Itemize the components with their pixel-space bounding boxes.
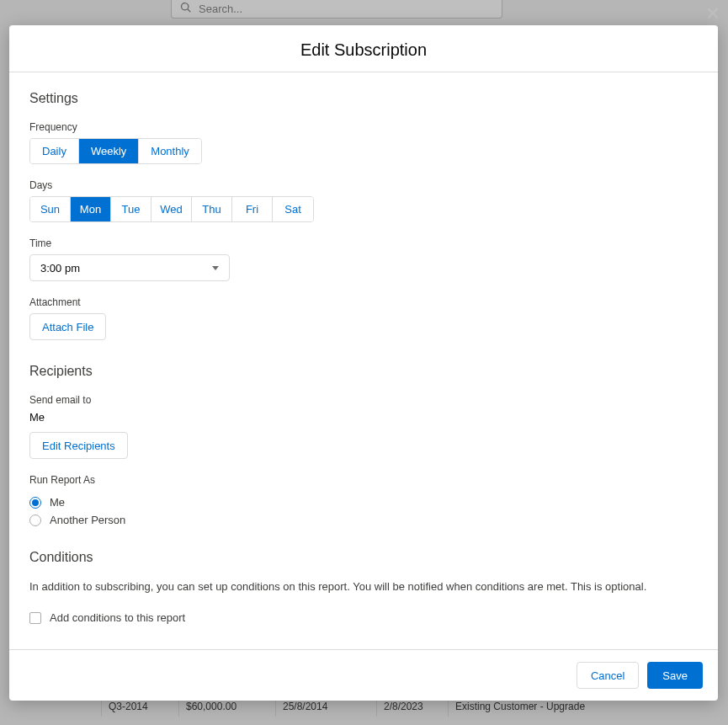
settings-heading: Settings xyxy=(29,91,698,106)
run-as-another-label: Another Person xyxy=(50,514,125,526)
send-to-field: Send email to Me Edit Recipients xyxy=(29,394,698,459)
frequency-label: Frequency xyxy=(29,121,698,133)
day-wed[interactable]: Wed xyxy=(151,197,192,221)
frequency-group: Daily Weekly Monthly xyxy=(29,138,202,164)
time-field: Time 3:00 pm xyxy=(29,237,698,281)
cancel-button[interactable]: Cancel xyxy=(577,662,639,689)
attachment-field: Attachment Attach File xyxy=(29,296,698,340)
edit-subscription-modal: Edit Subscription Settings Frequency Dai… xyxy=(9,25,718,701)
conditions-heading: Conditions xyxy=(29,550,698,565)
close-icon[interactable]: × xyxy=(706,2,720,25)
run-as-me-label: Me xyxy=(50,496,65,509)
days-label: Days xyxy=(29,179,698,191)
modal-body: Settings Frequency Daily Weekly Monthly … xyxy=(9,72,718,649)
day-sat[interactable]: Sat xyxy=(273,197,313,221)
day-thu[interactable]: Thu xyxy=(192,197,232,221)
days-group: Sun Mon Tue Wed Thu Fri Sat xyxy=(29,196,314,222)
time-select[interactable]: 3:00 pm xyxy=(29,254,230,281)
frequency-monthly[interactable]: Monthly xyxy=(139,139,201,163)
recipients-heading: Recipients xyxy=(29,364,698,379)
radio-icon xyxy=(29,497,41,509)
edit-recipients-button[interactable]: Edit Recipients xyxy=(29,432,128,459)
frequency-weekly[interactable]: Weekly xyxy=(79,139,139,163)
add-conditions-checkbox[interactable]: Add conditions to this report xyxy=(29,611,698,624)
run-as-another-option[interactable]: Another Person xyxy=(29,514,698,526)
day-mon[interactable]: Mon xyxy=(71,197,111,221)
day-fri[interactable]: Fri xyxy=(232,197,273,221)
modal-footer: Cancel Save xyxy=(9,649,718,701)
checkbox-icon xyxy=(29,612,41,624)
run-as-field: Run Report As Me Another Person xyxy=(29,474,698,526)
run-as-me-option[interactable]: Me xyxy=(29,496,698,509)
day-sun[interactable]: Sun xyxy=(30,197,71,221)
attach-file-button[interactable]: Attach File xyxy=(29,313,106,340)
time-value: 3:00 pm xyxy=(40,262,80,275)
frequency-daily[interactable]: Daily xyxy=(30,139,79,163)
radio-icon xyxy=(29,514,41,526)
run-as-label: Run Report As xyxy=(29,474,698,486)
attachment-label: Attachment xyxy=(29,296,698,308)
frequency-field: Frequency Daily Weekly Monthly xyxy=(29,121,698,164)
days-field: Days Sun Mon Tue Wed Thu Fri Sat xyxy=(29,179,698,222)
chevron-down-icon xyxy=(212,266,219,270)
time-label: Time xyxy=(29,237,698,249)
send-to-value: Me xyxy=(29,411,698,424)
day-tue[interactable]: Tue xyxy=(111,197,151,221)
search-icon xyxy=(180,2,192,16)
global-search-box[interactable]: Search... xyxy=(171,0,502,19)
add-conditions-label: Add conditions to this report xyxy=(50,611,185,624)
search-placeholder: Search... xyxy=(199,3,242,15)
save-button[interactable]: Save xyxy=(647,662,703,689)
conditions-help: In addition to subscribing, you can set … xyxy=(29,580,698,593)
send-to-label: Send email to xyxy=(29,394,698,406)
modal-header: Edit Subscription xyxy=(9,25,718,72)
modal-title: Edit Subscription xyxy=(9,40,718,60)
